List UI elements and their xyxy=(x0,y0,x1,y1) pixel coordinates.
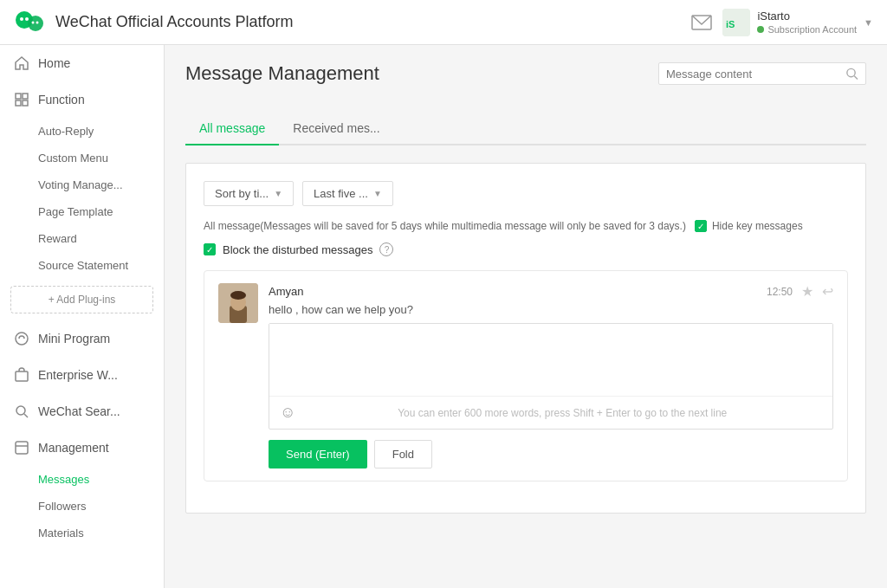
home-icon xyxy=(14,55,29,71)
sidebar-item-voting[interactable]: Voting Manage... xyxy=(0,171,164,198)
send-button[interactable]: Send (Enter) xyxy=(269,440,367,468)
sort-by-filter[interactable]: Sort by ti... ▼ xyxy=(204,181,294,206)
message-item: Amyan 12:50 ★ ↩ hello , how can we help … xyxy=(204,270,848,481)
reply-buttons: Send (Enter) Fold xyxy=(269,440,833,468)
star-icon[interactable]: ★ xyxy=(801,283,813,300)
sidebar-item-mini-program[interactable]: Mini Program xyxy=(0,320,164,357)
sidebar-item-home[interactable]: Home xyxy=(0,45,164,81)
svg-line-20 xyxy=(854,76,858,80)
sidebar-item-auto-reply[interactable]: Auto-Reply xyxy=(0,118,164,145)
sidebar-section-function: Function Auto-Reply Custom Menu Voting M… xyxy=(0,81,164,313)
svg-line-16 xyxy=(24,414,28,417)
sidebar-item-page-template[interactable]: Page Template xyxy=(0,198,164,225)
info-bar: All message(Messages will be saved for 5… xyxy=(204,220,848,232)
management-icon xyxy=(14,440,29,456)
sidebar-item-management[interactable]: Management xyxy=(0,430,164,466)
tab-all-message[interactable]: All message xyxy=(185,113,279,145)
account-dropdown-arrow: ▼ xyxy=(864,17,873,28)
mini-program-icon xyxy=(14,331,29,346)
svg-rect-10 xyxy=(23,94,28,99)
sidebar-item-function[interactable]: Function xyxy=(0,81,164,118)
filters: Sort by ti... ▼ Last five ... ▼ xyxy=(204,181,848,206)
reply-textarea[interactable] xyxy=(269,324,832,393)
svg-rect-12 xyxy=(23,100,28,106)
wechat-logo-icon xyxy=(14,6,47,39)
header-right: iS iStarto Subscription Account ▼ xyxy=(691,9,873,36)
svg-point-5 xyxy=(36,21,39,23)
time-range-filter[interactable]: Last five ... ▼ xyxy=(302,181,393,206)
status-dot xyxy=(757,26,764,33)
wechat-search-label: WeChat Sear... xyxy=(38,404,120,418)
block-checkbox[interactable]: ✓ xyxy=(204,243,216,255)
hide-key-checkbox[interactable]: ✓ xyxy=(695,220,707,232)
search-bar xyxy=(658,62,866,85)
help-icon[interactable]: ? xyxy=(379,242,393,256)
tab-received[interactable]: Received mes... xyxy=(279,113,393,145)
message-time: 12:50 xyxy=(767,286,793,298)
time-range-arrow: ▼ xyxy=(373,189,382,198)
sidebar-item-wechat-search[interactable]: WeChat Sear... xyxy=(0,393,164,430)
search-input[interactable] xyxy=(666,68,845,81)
sort-by-label: Sort by ti... xyxy=(215,187,269,200)
wechat-search-icon xyxy=(14,404,29,419)
grid-icon xyxy=(14,92,29,107)
message-content: Amyan 12:50 ★ ↩ hello , how can we help … xyxy=(269,283,833,468)
search-icon xyxy=(845,67,858,81)
svg-rect-17 xyxy=(16,442,28,454)
sidebar-item-followers[interactable]: Followers xyxy=(0,493,164,520)
sidebar-item-materials[interactable]: Materials xyxy=(0,520,164,546)
mail-icon[interactable] xyxy=(691,15,712,30)
sidebar-item-messages[interactable]: Messages xyxy=(0,466,164,493)
account-subscription: Subscription Account xyxy=(757,24,857,35)
info-text: All message(Messages will be saved for 5… xyxy=(204,220,686,232)
sidebar-item-source-statement[interactable]: Source Statement xyxy=(0,252,164,279)
sort-by-arrow: ▼ xyxy=(274,189,282,198)
page-title: Message Management xyxy=(185,62,379,85)
add-plugin-button[interactable]: + Add Plug-ins xyxy=(10,286,153,313)
svg-rect-14 xyxy=(16,372,28,381)
svg-point-15 xyxy=(16,406,25,415)
message-text: hello , how can we help you? xyxy=(269,303,833,316)
header: WeChat Official Accounts Platform iS iSt… xyxy=(0,0,887,45)
enterprise-icon xyxy=(14,367,29,383)
account-info[interactable]: iS iStarto Subscription Account ▼ xyxy=(722,9,873,36)
svg-point-3 xyxy=(25,17,29,21)
hide-key-text: Hide key messages xyxy=(712,220,803,232)
emoji-icon[interactable]: ☺ xyxy=(280,404,295,422)
sidebar: Home Function Auto-Reply Custom Menu Vot… xyxy=(0,45,165,588)
svg-point-19 xyxy=(847,68,855,76)
mini-program-label: Mini Program xyxy=(38,332,110,346)
management-label: Management xyxy=(38,441,109,455)
svg-point-4 xyxy=(32,21,35,23)
hide-key-label[interactable]: ✓ Hide key messages xyxy=(695,220,803,232)
svg-point-1 xyxy=(28,16,43,31)
function-label: Function xyxy=(38,93,85,107)
account-name: iStarto xyxy=(757,10,857,24)
reply-area: ☺ You can enter 600 more words, press Sh… xyxy=(269,323,833,430)
content-area: Sort by ti... ▼ Last five ... ▼ All mess… xyxy=(185,163,866,514)
main-wrapper: Message Management All message Received … xyxy=(165,45,887,588)
reply-footer: ☺ You can enter 600 more words, press Sh… xyxy=(269,396,832,429)
account-avatar: iS xyxy=(722,9,750,36)
enterprise-label: Enterprise W... xyxy=(38,368,118,382)
sender-name: Amyan xyxy=(269,285,303,298)
reply-icon[interactable]: ↩ xyxy=(822,283,833,300)
sidebar-section-management: Management Messages Followers Materials xyxy=(0,430,164,546)
sidebar-item-reward[interactable]: Reward xyxy=(0,225,164,252)
header-left: WeChat Official Accounts Platform xyxy=(14,6,293,39)
svg-rect-9 xyxy=(16,94,21,99)
reply-hint: You can enter 600 more words, press Shif… xyxy=(302,407,822,419)
svg-point-2 xyxy=(20,17,23,21)
account-details: iStarto Subscription Account xyxy=(757,10,857,35)
layout: Home Function Auto-Reply Custom Menu Vot… xyxy=(0,45,887,588)
sidebar-item-enterprise[interactable]: Enterprise W... xyxy=(0,357,164,393)
fold-button[interactable]: Fold xyxy=(374,440,432,468)
main-content: Message Management All message Received … xyxy=(165,45,887,531)
svg-rect-11 xyxy=(16,100,21,106)
tabs: All message Received mes... xyxy=(185,113,866,145)
sidebar-item-custom-menu[interactable]: Custom Menu xyxy=(0,145,164,171)
svg-point-24 xyxy=(230,291,246,300)
avatar xyxy=(218,283,258,323)
block-bar: ✓ Block the disturbed messages ? xyxy=(204,242,848,256)
sidebar-home-label: Home xyxy=(38,56,70,70)
